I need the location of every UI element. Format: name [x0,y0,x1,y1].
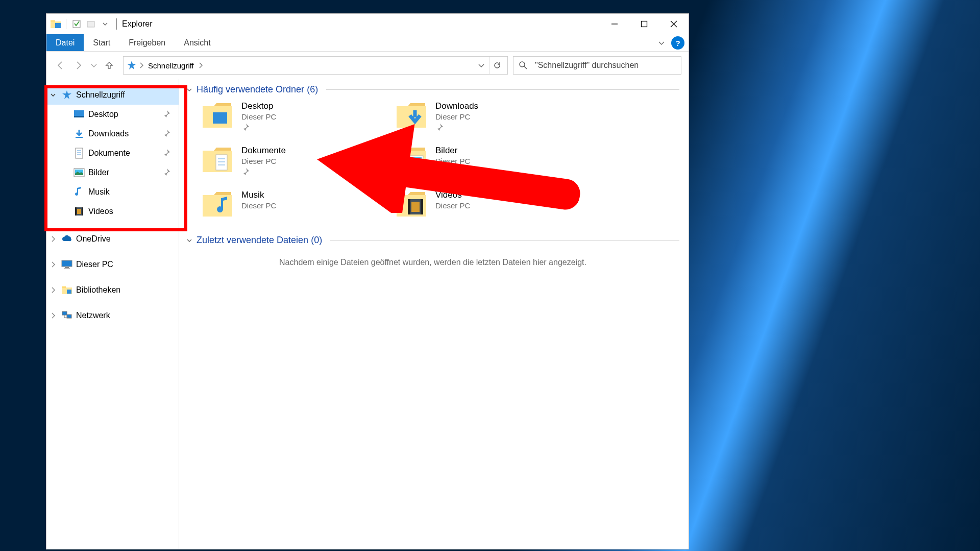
svg-rect-25 [77,209,81,214]
recent-locations-button[interactable] [88,57,100,74]
libraries-icon [61,284,73,296]
svg-rect-31 [67,290,71,294]
tree-item-label: OneDrive [76,234,111,244]
forward-button[interactable] [70,57,87,74]
group-rule [326,89,679,90]
documents-icon [73,147,85,159]
tree-item-label: Desktop [88,110,118,119]
folder-item-documents[interactable]: Dokumente Dieser PC [202,146,390,176]
titlebar[interactable]: Explorer [46,14,689,34]
refresh-button[interactable] [489,57,504,74]
tree-item-documents[interactable]: Dokumente [46,143,179,163]
qat-dropdown-icon[interactable] [99,18,111,30]
folder-large-icon [396,146,427,175]
address-bar[interactable]: Schnellzugriff [123,56,508,75]
pin-icon [162,129,172,138]
svg-rect-23 [75,207,77,215]
chevron-right-icon[interactable] [48,311,58,320]
tree-quick-access[interactable]: Schnellzugriff [46,85,179,105]
chevron-down-icon[interactable] [186,87,192,93]
svg-rect-26 [62,260,72,267]
chevron-right-icon[interactable] [196,62,205,69]
ribbon-expand-icon[interactable] [655,34,668,51]
group-frequent-folders[interactable]: Häufig verwendete Ordner (6) [186,84,679,95]
tree-item-label: Dieser PC [76,260,113,269]
chevron-right-icon[interactable] [137,62,146,69]
svg-rect-50 [408,199,410,214]
chevron-right-icon[interactable] [48,285,58,295]
tree-item-label: Dokumente [88,149,130,158]
breadcrumb-quick-access[interactable]: Schnellzugriff [146,61,196,70]
folder-name: Videos [435,190,470,200]
chevron-right-icon[interactable] [48,234,58,244]
folder-item-music[interactable]: Musik Dieser PC [202,190,390,220]
pin-icon [435,123,478,131]
onedrive-icon [61,233,73,245]
address-history-button[interactable] [474,57,489,74]
folder-name: Desktop [241,101,276,111]
svg-rect-27 [65,267,69,268]
tree-onedrive[interactable]: OneDrive [46,229,179,249]
tree-network[interactable]: Netzwerk [46,306,179,325]
tree-item-downloads[interactable]: Downloads [46,124,179,143]
explorer-app-icon [50,18,62,30]
chevron-down-icon[interactable] [48,90,58,100]
ribbon-tab-ansicht[interactable]: Ansicht [175,34,219,51]
explorer-window: Explorer Datei Start Freigeben Ansicht ? [46,13,689,549]
folder-name: Bilder [435,146,470,156]
folder-name: Musik [241,190,276,200]
folder-sub: Dieser PC [435,112,478,121]
folder-item-pictures[interactable]: Bilder Dieser PC [396,146,584,176]
videos-icon [73,205,85,218]
qat-newfolder-icon[interactable] [85,18,97,30]
tree-libraries[interactable]: Bibliotheken [46,280,179,300]
tree-item-label: Bibliotheken [76,285,120,295]
ribbon-tab-freigeben[interactable]: Freigeben [119,34,175,51]
up-button[interactable] [101,57,118,74]
navigation-bar: Schnellzugriff "Schnellzugriff" durchsuc… [46,52,689,79]
tree-item-desktop[interactable]: Desktop [46,105,179,124]
maximize-button[interactable] [629,14,659,34]
quick-access-icon [61,89,73,101]
group-title: Häufig verwendete Ordner (6) [197,84,318,95]
desktop-icon [73,108,85,121]
tree-item-pictures[interactable]: Bilder [46,163,179,182]
chevron-right-icon[interactable] [48,260,58,269]
minimize-button[interactable] [600,14,629,34]
tree-item-music[interactable]: Musik [46,182,179,202]
music-icon [73,186,85,198]
tree-item-videos[interactable]: Videos [46,202,179,221]
svg-rect-6 [642,21,647,27]
tree-item-label: Downloads [88,129,129,138]
folder-large-icon [396,190,427,220]
qat-sep [66,19,66,29]
tree-this-pc[interactable]: Dieser PC [46,255,179,274]
folder-sub: Dieser PC [241,201,276,210]
pin-icon [435,167,470,176]
folder-item-downloads[interactable]: Downloads Dieser PC [396,101,584,131]
back-button[interactable] [52,57,69,74]
file-menu[interactable]: Datei [46,34,84,51]
group-recent-files[interactable]: Zuletzt verwendete Dateien (0) [186,235,679,246]
search-box[interactable]: "Schnellzugriff" durchsuchen [513,56,681,75]
recent-empty-hint: Nachdem einige Dateien geöffnet wurden, … [186,258,679,267]
pictures-icon [73,166,85,179]
group-title: Zuletzt verwendete Dateien (0) [197,235,322,246]
window-title: Explorer [122,19,153,29]
close-button[interactable] [659,14,689,34]
network-icon [61,309,73,322]
main-view[interactable]: Häufig verwendete Ordner (6) Desktop Die… [179,79,689,549]
qat-properties-icon[interactable] [70,18,83,30]
svg-point-10 [520,62,525,67]
pin-icon [241,123,276,131]
folder-sub: Dieser PC [241,112,276,121]
svg-rect-4 [87,21,94,27]
folder-large-icon [202,190,233,220]
folder-item-videos[interactable]: Videos Dieser PC [396,190,584,220]
folder-item-desktop[interactable]: Desktop Dieser PC [202,101,390,131]
group-rule [330,240,679,241]
chevron-down-icon[interactable] [186,237,192,244]
help-button[interactable]: ? [671,36,684,50]
ribbon-tab-start[interactable]: Start [84,34,119,51]
pin-icon [162,149,172,158]
